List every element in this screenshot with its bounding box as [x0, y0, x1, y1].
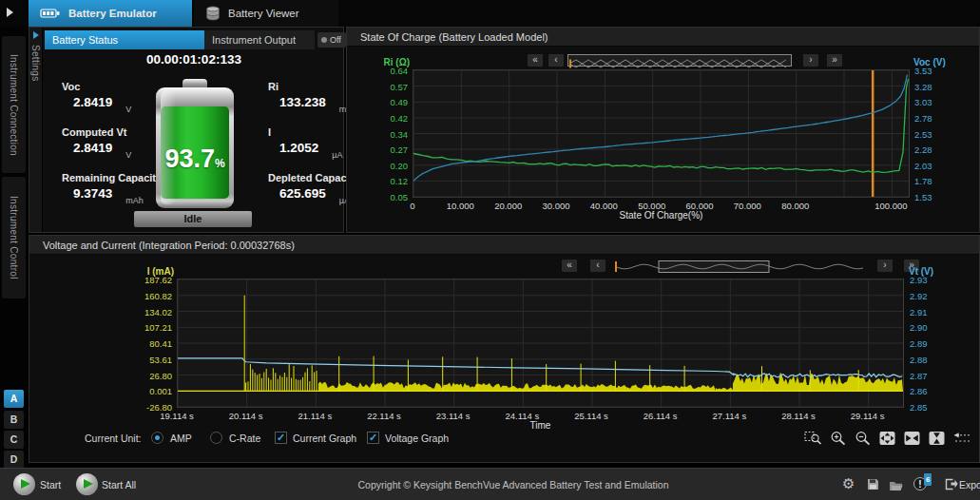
soc-series-ri	[413, 79, 909, 172]
charge-percent: 93.7	[164, 144, 215, 173]
fit-horizontal-icon[interactable]	[903, 431, 921, 446]
tick-label: 3.03	[914, 97, 932, 107]
voltage-graph-checkbox[interactable]	[367, 432, 379, 444]
channel-b-button[interactable]: B	[4, 411, 24, 429]
current-unit-label: Current Unit:	[85, 433, 142, 444]
output-state-label: Off	[330, 35, 341, 45]
zoom-in-icon[interactable]	[829, 431, 847, 446]
scroll-left-button[interactable]: ‹	[590, 260, 605, 272]
soc-gridlines	[413, 70, 909, 197]
vc-left-tick-labels: 187.62160.82134.02107.2180.4153.6126.800…	[123, 279, 174, 408]
tab-instrument-output[interactable]: Instrument Output	[204, 30, 315, 49]
tick-label: 2.91	[910, 307, 928, 317]
metric-value: 625.695	[279, 186, 326, 201]
sidebar-item-instrument-connection[interactable]: Instrument Connection	[2, 36, 26, 173]
tick-label: 0.57	[391, 82, 409, 92]
vc-panel-title: Voltage and Current (Integration Period:…	[29, 236, 979, 255]
error-notification-icon[interactable]: !6	[913, 477, 927, 490]
battery-emulator-icon	[40, 8, 61, 19]
tick-label: 0.42	[391, 113, 409, 124]
scroll-track[interactable]	[567, 54, 792, 67]
zoom-out-icon[interactable]	[854, 431, 872, 446]
channel-d-button[interactable]: D	[4, 451, 24, 469]
save-icon[interactable]	[867, 477, 879, 494]
tick-label: 2.90	[910, 322, 928, 333]
tick-label: 3.53	[914, 66, 932, 76]
start-button[interactable]	[13, 473, 35, 495]
metric-unit: V	[125, 105, 131, 114]
settings-label: Settings	[30, 45, 41, 82]
soc-chart-plot[interactable]	[413, 69, 910, 198]
tick-label: 2.78	[914, 113, 932, 124]
metric-unit: V	[125, 150, 131, 160]
left-sidebar: Instrument Connection Instrument Control…	[0, 27, 28, 468]
tick-label: 0.27	[391, 144, 409, 155]
status-bar: Start Start All Copyright © Keysight Ben…	[0, 468, 980, 500]
sidebar-item-instrument-control[interactable]: Instrument Control	[2, 177, 26, 298]
collapse-panel-arrow-icon[interactable]	[7, 8, 13, 17]
fit-all-icon[interactable]	[878, 431, 896, 446]
battery-body: 93.7%	[156, 87, 234, 208]
tick-label: 1.78	[914, 176, 932, 186]
battery-gauge: 93.7%	[156, 79, 234, 208]
tick-label: 2.85	[910, 402, 928, 413]
output-led-icon	[321, 37, 327, 43]
channel-c-button[interactable]: C	[4, 431, 24, 449]
vc-scrollbar: « ‹ › »	[562, 260, 937, 272]
metric-value: 1.2052	[279, 141, 318, 155]
radio-amp[interactable]	[151, 432, 163, 444]
vc-right-tick-labels: 2.932.922.912.902.892.882.872.862.85	[908, 279, 955, 408]
tick-label: 0.12	[391, 176, 409, 186]
export-label[interactable]: Export	[959, 479, 980, 490]
scroll-right-button[interactable]: ›	[803, 54, 818, 67]
voltage-graph-label: Voltage Graph	[385, 433, 449, 444]
scroll-far-right-button[interactable]: »	[827, 54, 842, 67]
sidebar-item-label: Instrument Control	[9, 196, 19, 279]
scroll-preview-wave	[615, 260, 864, 273]
soc-scrollbar: « ‹ › »	[528, 54, 851, 67]
track-cursor-icon[interactable]	[952, 431, 970, 446]
tick-label: 80.41	[149, 338, 172, 349]
tab-battery-emulator[interactable]: Battery Emulator	[29, 0, 192, 27]
scroll-right-button[interactable]: ›	[877, 260, 893, 272]
tick-label: 107.21	[144, 322, 172, 333]
vc-chart-plot[interactable]	[177, 279, 904, 408]
app-window: Battery Emulator Battery Viewer Instrume…	[0, 0, 980, 500]
start-all-button-label: Start All	[102, 479, 136, 490]
scroll-preview-wave	[568, 58, 791, 68]
scroll-far-left-button[interactable]: «	[528, 54, 543, 67]
scroll-track[interactable]	[615, 260, 864, 272]
voltage-current-panel: Voltage and Current (Integration Period:…	[29, 235, 980, 463]
tick-label: 134.02	[144, 307, 172, 317]
fit-vertical-icon[interactable]	[928, 431, 946, 446]
soc-panel: State Of Charge (Battery Loaded Model) «…	[346, 27, 980, 233]
vc-footer: Current Unit: AMP C-Rate Current Graph V…	[29, 431, 979, 448]
settings-strip[interactable]: Settings	[29, 28, 43, 232]
copyright-text: Copyright © Keysight BenchVue Advanced B…	[247, 479, 779, 490]
current-graph-checkbox[interactable]	[275, 432, 287, 444]
settings-gear-icon[interactable]: ⚙	[842, 475, 855, 491]
main-tab-bar: Battery Emulator Battery Viewer	[0, 0, 980, 27]
expand-settings-arrow-icon	[33, 31, 39, 39]
tick-label: 2.28	[914, 144, 932, 155]
metric-unit: mAh	[125, 196, 144, 205]
tick-label: 2.89	[910, 338, 928, 349]
notification-count-badge: 6	[924, 473, 932, 486]
scroll-left-button[interactable]: ‹	[548, 54, 564, 67]
export-icon[interactable]	[945, 477, 958, 494]
metric-value: 2.8419	[73, 95, 112, 109]
scroll-far-left-button[interactable]: «	[562, 260, 577, 272]
start-all-button[interactable]	[76, 473, 98, 495]
tick-label: 26.80	[149, 371, 172, 381]
vc-voltage-line	[178, 358, 902, 377]
tab-battery-viewer[interactable]: Battery Viewer	[194, 0, 338, 27]
radio-crate-label: C-Rate	[229, 433, 260, 444]
radio-crate[interactable]	[210, 432, 222, 444]
x-axis-title: Time	[177, 420, 904, 431]
tab-battery-status[interactable]: Battery Status	[45, 30, 204, 49]
output-state-button[interactable]: Off	[317, 32, 346, 48]
zoom-box-icon[interactable]	[804, 431, 822, 446]
channel-a-button[interactable]: A	[4, 390, 24, 408]
open-folder-icon[interactable]	[889, 478, 903, 495]
radio-amp-label: AMP	[170, 433, 192, 444]
